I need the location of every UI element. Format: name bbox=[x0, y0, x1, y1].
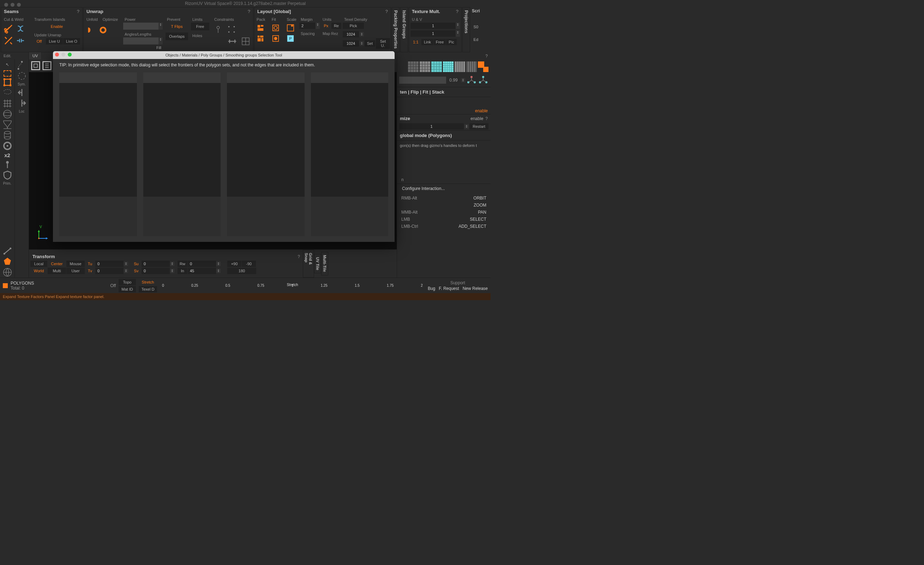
margin-input[interactable] bbox=[299, 23, 315, 29]
tu-button[interactable]: Tu bbox=[85, 261, 95, 267]
pack-icon-2[interactable] bbox=[256, 34, 265, 43]
maprez-spinner-2[interactable]: ▲▼ bbox=[360, 41, 364, 45]
transform-box-icon[interactable] bbox=[2, 77, 13, 87]
multi-tile-tab[interactable]: Multi-Tile bbox=[321, 252, 328, 275]
texture-mult-input-2[interactable] bbox=[411, 30, 456, 37]
mirror-right-icon[interactable] bbox=[16, 98, 27, 108]
configure-interaction-link[interactable]: Configure Interaction... bbox=[397, 184, 490, 193]
polygon-tool-icon[interactable] bbox=[2, 257, 13, 267]
circle-dashed-icon[interactable] bbox=[16, 71, 27, 81]
smoothing-column[interactable] bbox=[311, 72, 388, 236]
units-px-button[interactable]: Px bbox=[321, 23, 331, 29]
texture-mult-help-icon[interactable]: ? bbox=[456, 9, 459, 14]
su-input[interactable] bbox=[141, 261, 170, 267]
tm-free-button[interactable]: Free bbox=[434, 39, 446, 45]
constraint-dots-icon[interactable] bbox=[226, 24, 237, 34]
minimize-window-icon[interactable] bbox=[10, 3, 15, 7]
seams-help-icon[interactable]: ? bbox=[77, 9, 80, 14]
pin-tool-icon[interactable] bbox=[2, 159, 13, 170]
texel-setu-button[interactable]: Set U. bbox=[376, 38, 390, 49]
sv-spin[interactable]: ▲▼ bbox=[170, 269, 174, 273]
island-groups-tab[interactable]: Island Groups bbox=[400, 7, 408, 52]
uv-tab[interactable]: UV bbox=[29, 52, 42, 59]
tu-input[interactable] bbox=[95, 261, 123, 267]
weld-edge-icon[interactable] bbox=[15, 36, 26, 45]
fit-icon-2[interactable] bbox=[271, 34, 280, 43]
grid-type-5-icon[interactable] bbox=[454, 62, 465, 72]
sv-button[interactable]: Sv bbox=[131, 267, 141, 274]
tv-input[interactable] bbox=[95, 267, 123, 274]
su-spin[interactable]: ▲▼ bbox=[170, 261, 174, 266]
new-release-link[interactable]: New Release bbox=[463, 286, 488, 291]
multi-button[interactable]: Multi bbox=[48, 267, 66, 274]
stretch-button[interactable]: Stretch bbox=[139, 279, 158, 286]
mirror-left-icon[interactable] bbox=[16, 87, 27, 98]
constraint-horiz-icon[interactable] bbox=[227, 36, 237, 46]
scale-icon-1[interactable] bbox=[286, 23, 295, 33]
status-off[interactable]: Off bbox=[110, 283, 116, 288]
tree-icon-2[interactable] bbox=[478, 75, 489, 85]
margin-spinner[interactable]: ▲▼ bbox=[315, 23, 320, 29]
tm-spinner-2[interactable]: ▲▼ bbox=[456, 30, 460, 37]
cut-edge-icon[interactable] bbox=[3, 36, 14, 45]
shield-icon[interactable] bbox=[2, 170, 13, 180]
maprez-input-2[interactable] bbox=[343, 40, 359, 47]
x2-label[interactable]: x2 bbox=[4, 151, 10, 159]
packing-properties-tab[interactable]: Packing Properties bbox=[392, 7, 399, 52]
texture-mult-input-1[interactable] bbox=[411, 23, 456, 29]
dialog-close-icon[interactable] bbox=[55, 53, 59, 57]
constraint-grid-icon[interactable] bbox=[240, 36, 251, 46]
tv-spin[interactable]: ▲▼ bbox=[124, 269, 128, 273]
unfold-icon[interactable] bbox=[86, 26, 95, 35]
in-input[interactable] bbox=[188, 267, 216, 274]
pack-icon-1[interactable] bbox=[256, 23, 265, 33]
pic-button[interactable]: Pic bbox=[446, 39, 457, 45]
sphere-icon[interactable] bbox=[2, 109, 13, 119]
right-slider[interactable] bbox=[399, 77, 446, 84]
fullscreen-window-icon[interactable] bbox=[17, 3, 21, 7]
angles-spinner[interactable]: ▲▼ bbox=[159, 38, 163, 45]
constraint-pin-icon[interactable] bbox=[213, 24, 224, 34]
grid-warp-icon[interactable] bbox=[2, 120, 13, 129]
r-spin[interactable]: ▲▼ bbox=[461, 78, 465, 82]
frame-sel-icon[interactable] bbox=[42, 61, 52, 71]
power-slider[interactable] bbox=[123, 23, 159, 30]
power-spinner[interactable]: ▲▼ bbox=[159, 23, 163, 30]
fit-icon-1[interactable] bbox=[271, 23, 280, 33]
maprez-input[interactable] bbox=[343, 31, 359, 38]
tu-spin[interactable]: ▲▼ bbox=[124, 261, 128, 266]
texel-set-button[interactable]: Set bbox=[364, 40, 375, 47]
globe-icon[interactable] bbox=[2, 267, 13, 277]
dialog-titlebar[interactable]: Objects / Materials / Poly Groups / Smoo… bbox=[53, 51, 394, 59]
marquee-icon[interactable] bbox=[3, 70, 11, 77]
user-button[interactable]: User bbox=[66, 267, 85, 274]
maprez-spinner[interactable]: ▲▼ bbox=[360, 32, 364, 36]
one-to-one-button[interactable]: 1:1 bbox=[411, 39, 421, 45]
enable-link-2[interactable]: enable bbox=[471, 116, 483, 121]
texeld-button[interactable]: Texel D bbox=[139, 286, 158, 292]
rw-spin[interactable]: ▲▼ bbox=[216, 261, 220, 266]
frequest-link[interactable]: F. Request bbox=[439, 286, 459, 291]
free-button[interactable]: Free bbox=[191, 23, 209, 30]
mize-input[interactable] bbox=[399, 123, 464, 129]
sv-input[interactable] bbox=[141, 267, 170, 274]
overlaps-button[interactable]: Overlaps bbox=[165, 33, 188, 40]
grid-type-6-icon[interactable] bbox=[466, 62, 477, 72]
tv-button[interactable]: Tv bbox=[85, 267, 95, 274]
tm-spinner-1[interactable]: ▲▼ bbox=[456, 23, 460, 29]
units-re-button[interactable]: Re bbox=[332, 23, 341, 29]
scale-icon-2[interactable]: P bbox=[286, 34, 295, 43]
transform-help-icon[interactable]: ? bbox=[297, 254, 300, 259]
materials-column[interactable] bbox=[143, 72, 221, 236]
cut-icon[interactable] bbox=[3, 24, 14, 33]
curve-icon[interactable] bbox=[16, 60, 27, 70]
mize-spin[interactable]: ▲▼ bbox=[465, 124, 469, 129]
in-button[interactable]: In bbox=[177, 267, 188, 274]
restart-button[interactable]: Restart bbox=[470, 123, 489, 129]
mize-help-icon[interactable]: ? bbox=[485, 116, 488, 121]
grid-type-3-icon[interactable] bbox=[431, 62, 442, 72]
dialog-zoom-icon[interactable] bbox=[68, 53, 72, 57]
right-help-icon[interactable]: ? bbox=[485, 54, 488, 59]
scri-tab[interactable]: Scri bbox=[471, 7, 481, 15]
rw-button[interactable]: Rw bbox=[177, 261, 188, 267]
